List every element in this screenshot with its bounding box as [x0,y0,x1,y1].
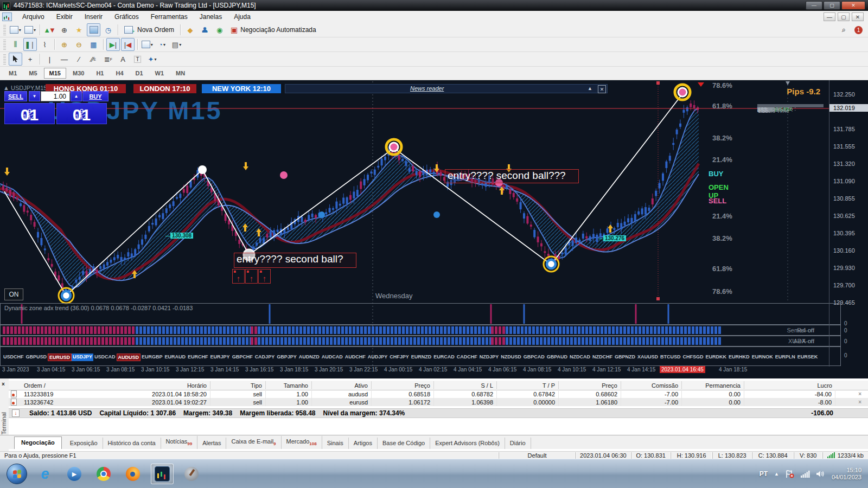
market-watch-button[interactable]: ▲▼ [43,23,56,36]
close-button[interactable]: ✕ [841,1,865,10]
tab-hist-rico-da-conta[interactable]: Histórico da conta [103,438,161,449]
volume-decrease-icon[interactable]: ▼ [29,91,40,101]
ticker-gbpchf[interactable]: GBPCHF [231,354,254,361]
line-chart-button[interactable]: ⌇ [38,38,52,51]
trendline-button[interactable]: ∕ [72,53,86,66]
metatrader-taskbar-icon[interactable] [151,464,174,484]
tray-expand-icon[interactable]: ▲ [774,471,779,477]
tab-di-rio[interactable]: Diário [505,438,531,449]
tab-alertas[interactable]: Alertas [197,438,226,449]
toolbar-drag-handle[interactable] [3,54,6,65]
column-4[interactable]: Tamanho [266,381,312,389]
column-7[interactable]: S / L [434,381,497,389]
ticker-chfsgd[interactable]: CHFSGD [682,354,705,361]
column-8[interactable]: T / P [497,381,559,389]
ticker-usdjpy[interactable]: USDJPY [72,354,93,361]
metaeditor-button[interactable]: ◆ [183,23,197,36]
tab-caixa-de-e-mail[interactable]: Caixa de E-mail9 [226,436,281,449]
timeframe-d1[interactable]: D1 [130,68,149,79]
ticker-gbpjpy[interactable]: GBPJPY [276,354,298,361]
zoom-out-button[interactable]: ⊖ [72,38,86,51]
order-close-icon[interactable]: × [858,391,861,397]
internet-explorer-icon[interactable]: e [34,464,56,484]
news-collapse-icon[interactable]: ▲ [588,86,592,91]
tab-mercado[interactable]: Mercado108 [282,436,322,449]
news-close-icon[interactable]: ✕ [598,85,606,93]
order-close-icon[interactable]: × [858,399,861,405]
child-close-button[interactable]: ✕ [852,12,864,21]
action-center-flag-icon[interactable] [786,470,794,478]
channel-button[interactable]: ∕∕E [87,53,100,66]
ticker-eursek[interactable]: EURSEK [796,354,819,361]
entry-note[interactable]: entry???? second ball??? [445,169,579,183]
ticker-audchf[interactable]: AUDCHF [344,354,367,361]
symbol-tab[interactable]: ▲ USDJPY,M15 [3,85,47,91]
search-icon[interactable]: ⌕ [837,23,851,36]
column-12[interactable]: Lucro [744,381,835,389]
indicator-on-button[interactable]: ON [4,288,23,300]
media-player-icon[interactable]: ▶ [63,464,86,484]
menu-ferramentas[interactable]: Ferramentas [145,11,194,22]
terminal-close-icon[interactable]: × [2,381,5,387]
new-order-button[interactable]: +Nova Ordem [120,24,178,36]
data-window-button[interactable]: ⊕ [58,23,71,36]
column-6[interactable]: Preço [372,381,434,389]
ticker-gbpaud[interactable]: GBPAUD [546,354,569,361]
ticker-gbpnzd[interactable]: GBPNZD [614,354,636,361]
language-indicator[interactable]: PT [760,470,768,478]
ticker-cadjpy[interactable]: CADJPY [254,354,276,361]
timeframe-m30[interactable]: M30 [67,68,90,79]
tab-base-de-c-digo[interactable]: Base de Código [378,438,430,449]
column-2[interactable]: Horário [92,381,210,389]
column-3[interactable]: Tipo [210,381,266,389]
fibonacci-button[interactable]: ≣F [101,53,115,66]
ticker-nzdjpy[interactable]: NZDJPY [478,354,500,361]
tab-negocia-o[interactable]: Negociação [14,436,62,449]
toolbar-drag-handle[interactable] [3,24,6,35]
ticker-gbpusd[interactable]: GBPUSD [25,354,48,361]
column-10[interactable]: Comissão [621,381,682,389]
maximize-button[interactable]: ▢ [824,1,840,10]
auto-scroll-button[interactable]: ▶| [106,38,120,51]
candlestick-button[interactable]: ❚❘ [23,38,37,51]
ticker-eurjpy[interactable]: EURJPY [209,354,231,361]
timeframe-m1[interactable]: M1 [3,68,22,79]
time-scale[interactable]: 3 Jan 20233 Jan 04:153 Jan 06:153 Jan 08… [0,366,868,374]
ticker-audusd[interactable]: AUDUSD [117,354,141,361]
crosshair-button[interactable]: + [23,53,37,66]
network-signal-icon[interactable] [801,470,810,478]
vertical-line-button[interactable]: | [43,53,56,66]
ticker-nzdusd[interactable]: NZDUSD [500,354,522,361]
ticker-audjpy[interactable]: AUDJPY [367,354,389,361]
timeframe-h4[interactable]: H4 [110,68,129,79]
tab-exposi-o[interactable]: Exposição [65,438,103,449]
text-button[interactable]: A [116,53,130,66]
ticker-chfjpy[interactable]: CHFJPY [388,354,410,361]
start-button[interactable] [7,464,27,484]
new-chart-button[interactable]: +▾ [9,23,22,36]
ticker-eurpln[interactable]: EURPLN [774,354,796,361]
gimp-icon[interactable] [180,464,203,484]
timeframe-m5[interactable]: M5 [23,68,42,79]
arrows-button[interactable]: ✦▾ [145,53,159,66]
taskbar-clock[interactable]: 15:10 04/01/2023 [832,467,861,481]
firefox-icon[interactable] [122,464,144,484]
ticker-xauusd[interactable]: XAUUSD [636,354,659,361]
tab-sinais[interactable]: Sinais [322,438,349,449]
ticker-btcusd[interactable]: BTCUSD [659,354,682,361]
timeframe-h1[interactable]: H1 [91,68,109,79]
toolbar-drag-handle[interactable] [3,39,6,50]
column-5[interactable]: Ativo [312,381,372,389]
order-row[interactable]: 1132367422023.01.04 19:02:27sell1.00euru… [9,398,868,406]
volume-icon[interactable] [816,470,825,478]
chart-window-icon[interactable] [2,12,12,21]
volume-increase-icon[interactable]: ▲ [71,91,82,101]
tile-windows-button[interactable]: ▦ [87,38,100,51]
column-ordem[interactable]: Ordem / [21,381,92,389]
menu-gráficos[interactable]: Gráficos [108,11,145,22]
ticker-nzdcad[interactable]: NZDCAD [569,354,591,361]
ticker-usdchf[interactable]: USDCHF [2,354,25,361]
volume-input[interactable]: 1.00 [41,91,70,101]
ticker-eurchf[interactable]: EURCHF [187,354,209,361]
menu-inserir[interactable]: Inserir [79,11,108,22]
